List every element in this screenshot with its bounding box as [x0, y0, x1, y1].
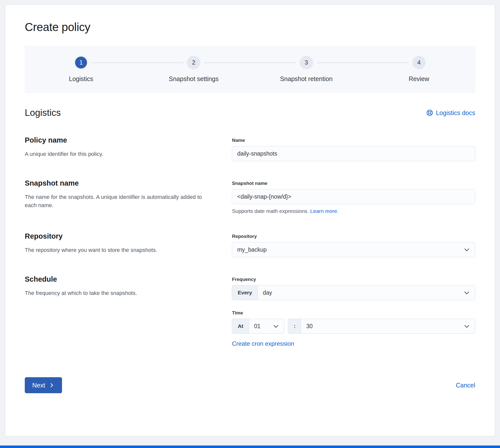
- step-label: Review: [409, 75, 429, 83]
- schedule-info: Schedule The frequency at which to take …: [25, 275, 232, 347]
- policy-name-field-group: Name: [232, 136, 475, 161]
- footer-actions: Next Cancel: [25, 377, 475, 393]
- name-field-label: Name: [232, 138, 475, 143]
- step-number: 3: [300, 56, 313, 69]
- snapshot-name-description: The name for the snapshots. A unique ide…: [25, 193, 209, 209]
- stepper: 1 Logistics 2 Snapshot settings 3 Snapsh…: [25, 46, 475, 93]
- step-label: Logistics: [69, 75, 93, 83]
- form-row-repository: Repository The repository where you want…: [25, 232, 475, 257]
- frequency-select-value: day: [263, 289, 272, 296]
- snapshot-name-info: Snapshot name The name for the snapshots…: [25, 179, 232, 214]
- snapshot-name-field-group: Snapshot name Supports date math express…: [232, 179, 475, 214]
- step-number: 1: [74, 56, 88, 69]
- step-label: Snapshot settings: [169, 75, 219, 83]
- policy-name-info: Policy name A unique identifier for this…: [25, 136, 232, 161]
- policy-name-heading: Policy name: [25, 136, 209, 144]
- bottom-accent-bar: [0, 445, 500, 448]
- frequency-prepend-label: Every: [232, 285, 257, 300]
- cancel-link[interactable]: Cancel: [456, 382, 475, 389]
- step-number: 2: [187, 56, 200, 69]
- next-button-label: Next: [32, 382, 45, 389]
- create-policy-card: Create policy 1 Logistics 2 Snapshot set…: [5, 5, 495, 436]
- time-field-label: Time: [232, 310, 475, 316]
- repository-description: The repository where you want to store t…: [25, 246, 209, 254]
- docs-link-label: Logistics docs: [436, 109, 475, 117]
- time-separator: :: [288, 319, 301, 334]
- repository-field-label: Repository: [232, 234, 475, 239]
- section-title: Logistics: [25, 108, 61, 118]
- step-number: 4: [412, 56, 426, 69]
- chevron-down-icon: [463, 323, 470, 329]
- hour-control: At 01: [232, 319, 284, 334]
- minute-select-value: 30: [306, 323, 313, 330]
- time-controls: At 01 : 30: [232, 319, 475, 334]
- minute-control: : 30: [288, 319, 475, 334]
- frequency-select[interactable]: day: [258, 285, 475, 300]
- logistics-docs-link[interactable]: Logistics docs: [426, 109, 475, 117]
- snapshot-name-field-label: Snapshot name: [232, 181, 475, 186]
- repository-heading: Repository: [25, 232, 209, 240]
- step-label: Snapshot retention: [280, 75, 333, 83]
- schedule-heading: Schedule: [25, 275, 209, 283]
- repository-info: Repository The repository where you want…: [25, 232, 232, 257]
- help-icon: [426, 109, 433, 116]
- form-row-schedule: Schedule The frequency at which to take …: [25, 275, 475, 347]
- schedule-description: The frequency at which to take the snaps…: [25, 289, 209, 297]
- repository-select-value: my_backup: [237, 246, 267, 253]
- time-prepend-label: At: [232, 319, 249, 334]
- minute-select[interactable]: 30: [301, 319, 475, 334]
- time-field: Time At 01 : 30: [232, 310, 475, 347]
- frequency-field-label: Frequency: [232, 277, 475, 282]
- frequency-field: Frequency Every day: [232, 277, 475, 300]
- page-title: Create policy: [25, 20, 475, 34]
- hour-select[interactable]: 01: [249, 319, 285, 334]
- chevron-down-icon: [273, 323, 279, 329]
- hour-select-value: 01: [254, 323, 261, 330]
- step-logistics[interactable]: 1 Logistics: [25, 56, 137, 83]
- learn-more-link[interactable]: Learn more.: [310, 208, 338, 214]
- step-review[interactable]: 4 Review: [363, 56, 475, 83]
- create-cron-expression-link[interactable]: Create cron expression: [232, 340, 294, 347]
- chevron-down-icon: [463, 246, 470, 253]
- policy-name-input[interactable]: [232, 146, 475, 161]
- chevron-right-icon: [49, 382, 55, 388]
- snapshot-name-heading: Snapshot name: [25, 179, 209, 187]
- form-row-policy-name: Policy name A unique identifier for this…: [25, 136, 475, 161]
- step-snapshot-retention[interactable]: 3 Snapshot retention: [250, 56, 363, 83]
- frequency-control: Every day: [232, 285, 475, 300]
- snapshot-name-input[interactable]: [232, 189, 475, 204]
- form-row-snapshot-name: Snapshot name The name for the snapshots…: [25, 179, 475, 214]
- next-button[interactable]: Next: [25, 377, 62, 393]
- repository-field-group: Repository my_backup: [232, 232, 475, 257]
- step-snapshot-settings[interactable]: 2 Snapshot settings: [137, 56, 250, 83]
- section-header: Logistics Logistics docs: [25, 108, 475, 118]
- chevron-down-icon: [463, 289, 470, 296]
- policy-name-description: A unique identifier for this policy.: [25, 150, 209, 158]
- repository-select[interactable]: my_backup: [232, 242, 475, 257]
- snapshot-name-help: Supports date math expressions. Learn mo…: [232, 208, 475, 214]
- schedule-field-group: Frequency Every day Time At: [232, 275, 475, 347]
- help-text: Supports date math expressions.: [232, 208, 309, 214]
